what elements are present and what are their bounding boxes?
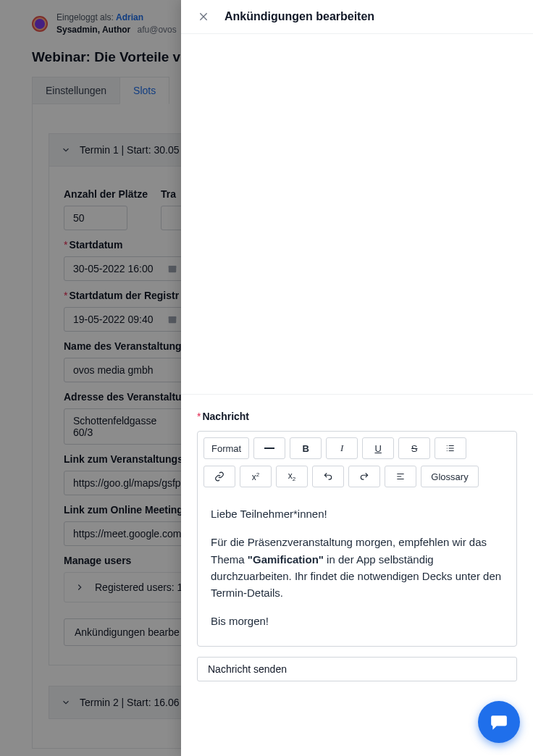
- drawer-body: *Nachricht Format B I U S x2 x2: [181, 34, 533, 756]
- strikethrough-button[interactable]: S: [398, 437, 430, 459]
- editor-toolbar-row2: x2 x2 Glossary: [198, 466, 516, 494]
- chat-icon: [490, 713, 508, 731]
- rich-text-editor: Format B I U S x2 x2: [197, 431, 517, 647]
- bold-button[interactable]: B: [290, 437, 322, 459]
- superscript-icon: x2: [252, 471, 259, 482]
- align-button[interactable]: [385, 466, 416, 487]
- undo-button[interactable]: [312, 466, 344, 487]
- editor-paragraph: Liebe Teilnehmer*innen!: [211, 505, 503, 522]
- format-button[interactable]: Format: [203, 437, 249, 459]
- svg-point-9: [447, 445, 448, 446]
- editor-toolbar: Format B I U S: [198, 432, 516, 466]
- drawer-title: Ankündigungen bearbeiten: [224, 10, 374, 23]
- hr-icon: [264, 448, 274, 449]
- send-message-button[interactable]: Nachricht senden: [197, 657, 517, 681]
- subscript-button[interactable]: x2: [276, 466, 308, 487]
- list-button[interactable]: [435, 437, 466, 459]
- chat-fab[interactable]: [478, 701, 520, 743]
- link-button[interactable]: [203, 466, 235, 487]
- drawer-upper-area: [181, 47, 533, 395]
- editor-paragraph: Für die Präsenzveranstaltung morgen, emp…: [211, 534, 503, 601]
- drawer: Ankündigungen bearbeiten *Nachricht Form…: [181, 0, 533, 756]
- glossary-button[interactable]: Glossary: [421, 466, 479, 487]
- hr-button[interactable]: [253, 437, 285, 459]
- align-left-icon: [395, 471, 406, 482]
- drawer-header: Ankündigungen bearbeiten: [181, 0, 533, 34]
- editor-content[interactable]: Liebe Teilnehmer*innen! Für die Präsenzv…: [198, 494, 516, 646]
- redo-icon: [359, 471, 369, 482]
- link-icon: [214, 471, 224, 482]
- svg-point-10: [447, 448, 448, 448]
- redo-button[interactable]: [348, 466, 380, 487]
- close-icon[interactable]: [197, 10, 210, 23]
- nachricht-label: *Nachricht: [197, 411, 517, 422]
- underline-button[interactable]: U: [362, 437, 394, 459]
- list-icon: [445, 443, 456, 453]
- subscript-icon: x2: [288, 471, 295, 482]
- editor-paragraph: Bis morgen!: [211, 613, 503, 629]
- undo-icon: [323, 471, 333, 482]
- superscript-button[interactable]: x2: [240, 466, 272, 487]
- svg-point-11: [447, 450, 448, 451]
- italic-button[interactable]: I: [326, 437, 358, 459]
